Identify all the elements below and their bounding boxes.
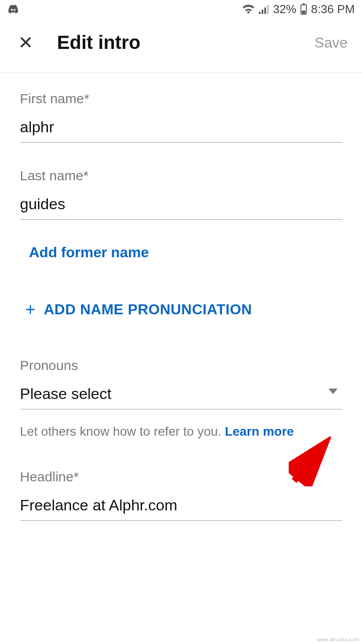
pronouns-select[interactable]: Please select (20, 381, 342, 409)
headline-section: Headline* (20, 469, 342, 521)
battery-percent: 32% (273, 2, 296, 16)
first-name-input[interactable] (20, 115, 342, 143)
form: First name* Last name* Add former name +… (0, 73, 362, 521)
headline-input[interactable] (20, 493, 342, 521)
add-former-name-link[interactable]: Add former name (29, 244, 149, 261)
status-left (7, 4, 19, 14)
pronouns-section: Pronouns Please select Let others know h… (20, 358, 342, 441)
save-button[interactable]: Save (314, 34, 348, 51)
plus-icon: + (25, 301, 36, 318)
battery-icon (300, 3, 307, 15)
clock-time: 8:36 PM (311, 2, 355, 16)
first-name-label: First name* (20, 91, 342, 106)
last-name-label: Last name* (20, 168, 342, 183)
close-icon[interactable]: ✕ (18, 34, 33, 52)
status-right: 32% 8:36 PM (242, 2, 355, 16)
first-name-field: First name* (20, 91, 342, 143)
svg-rect-2 (302, 11, 305, 14)
pronouns-value: Please select (20, 385, 111, 402)
add-pronunciation-label: ADD NAME PRONUNCIATION (44, 301, 252, 318)
last-name-field: Last name* (20, 168, 342, 220)
svg-rect-1 (303, 4, 305, 5)
pronouns-helper: Let others know how to refer to you. Lea… (20, 422, 342, 441)
watermark: www.deuaba.com (317, 637, 359, 642)
page-title: Edit intro (57, 32, 140, 53)
signal-icon (258, 4, 269, 14)
headline-label: Headline* (20, 469, 342, 485)
pronouns-label: Pronouns (20, 358, 342, 373)
add-name-pronunciation-button[interactable]: + ADD NAME PRONUNCIATION (25, 301, 342, 318)
pronouns-helper-text: Let others know how to refer to you. (20, 424, 225, 438)
chevron-down-icon (329, 389, 338, 394)
header: ✕ Edit intro Save (0, 18, 362, 73)
last-name-input[interactable] (20, 192, 342, 220)
learn-more-link[interactable]: Learn more (225, 424, 294, 438)
status-bar: 32% 8:36 PM (0, 0, 362, 18)
discord-icon (7, 4, 19, 14)
wifi-icon (242, 4, 255, 14)
header-left: ✕ Edit intro (18, 32, 140, 53)
